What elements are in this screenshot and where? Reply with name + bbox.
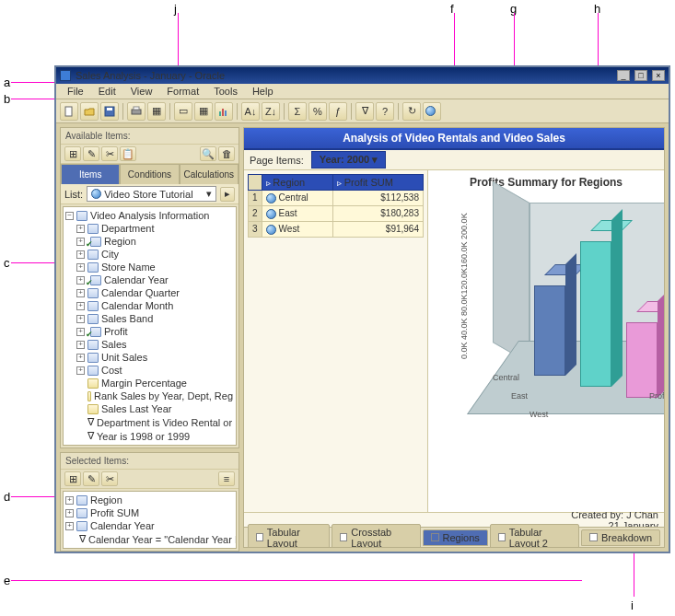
layout-icon[interactable]: ▭ bbox=[174, 102, 192, 121]
tree-fn-item[interactable]: Margin Percentage bbox=[64, 377, 236, 389]
selected-item[interactable]: +Calendar Year bbox=[64, 519, 236, 532]
tree-item[interactable]: +Calendar Quarter bbox=[64, 286, 236, 299]
expand-icon[interactable]: + bbox=[76, 250, 85, 259]
data-table[interactable]: ▹ Region ▹ Profit SUM 1Central$112,5382E… bbox=[248, 174, 424, 238]
expand-icon[interactable]: + bbox=[65, 496, 74, 505]
tree-item[interactable]: +Unit Sales bbox=[64, 351, 236, 364]
tree-item[interactable]: +Calendar Month bbox=[64, 299, 236, 312]
expand-icon[interactable]: + bbox=[65, 509, 74, 517]
selected-item[interactable]: +Profit SUM bbox=[64, 506, 236, 519]
wtab-regions[interactable]: Regions bbox=[423, 529, 488, 546]
tree-item[interactable]: +Store Name bbox=[64, 261, 236, 273]
tree-item[interactable]: +Department bbox=[64, 222, 236, 235]
menu-help[interactable]: Help bbox=[247, 85, 279, 98]
collapse-icon[interactable]: − bbox=[65, 212, 74, 220]
table-row[interactable]: 2East$180,283 bbox=[249, 205, 424, 221]
percent-icon[interactable]: % bbox=[308, 102, 327, 121]
print-preview-icon[interactable]: ▦ bbox=[147, 102, 166, 121]
table-icon[interactable]: ▦ bbox=[194, 102, 213, 121]
menu-format[interactable]: Format bbox=[161, 85, 204, 98]
chart-icon[interactable] bbox=[215, 102, 233, 121]
new-icon[interactable] bbox=[60, 102, 78, 121]
list-go-icon[interactable]: ▸ bbox=[220, 187, 235, 202]
table-row[interactable]: 3West$91,964 bbox=[249, 221, 424, 237]
tree-item[interactable]: +Sales bbox=[64, 338, 236, 351]
wand-icon[interactable]: ✎ bbox=[83, 146, 99, 161]
selected-tree[interactable]: +Region+Profit SUM+Calendar Year ∇ Calen… bbox=[63, 491, 237, 549]
menu-file[interactable]: File bbox=[62, 85, 89, 98]
expand-icon[interactable]: + bbox=[76, 289, 85, 297]
tree-item[interactable]: +Profit bbox=[64, 325, 236, 338]
expand-icon[interactable]: + bbox=[76, 276, 85, 285]
year-selector[interactable]: Year: 2000 ▾ bbox=[311, 151, 387, 169]
selected-item[interactable]: +Region bbox=[64, 494, 236, 506]
cut-icon[interactable]: ✂ bbox=[101, 146, 118, 161]
param-icon[interactable]: ? bbox=[376, 102, 394, 121]
menu-tools[interactable]: Tools bbox=[208, 85, 243, 98]
wtab-tabular[interactable]: Tabular Layout bbox=[248, 524, 330, 549]
paste-icon[interactable]: 📋 bbox=[120, 146, 136, 161]
find-icon[interactable]: 🔍 bbox=[200, 146, 216, 161]
menu-view[interactable]: View bbox=[125, 85, 158, 98]
tab-items[interactable]: Items bbox=[61, 164, 120, 184]
chart-area[interactable]: Profits Summary for Regions bbox=[428, 170, 664, 512]
remove-icon[interactable]: ✂ bbox=[101, 471, 118, 486]
tree-item[interactable]: +Region bbox=[64, 235, 236, 248]
print-icon[interactable] bbox=[127, 102, 145, 121]
expand-icon[interactable]: + bbox=[76, 263, 85, 272]
refresh-icon[interactable]: ↻ bbox=[402, 102, 421, 121]
world-icon[interactable] bbox=[423, 102, 441, 121]
expand-icon[interactable]: + bbox=[76, 328, 85, 336]
sum-icon[interactable]: Σ bbox=[288, 102, 307, 121]
menu-edit[interactable]: Edit bbox=[93, 85, 122, 98]
titlebar[interactable]: Sales Analysis - January - Oracle _ □ × bbox=[56, 67, 669, 84]
table-row[interactable]: 1Central$112,538 bbox=[249, 191, 424, 206]
tree-item[interactable]: +City bbox=[64, 248, 236, 261]
tree-fn-item[interactable]: Rank Sales by Year, Dept, Reg bbox=[64, 389, 236, 402]
edit-icon[interactable]: ✎ bbox=[83, 471, 99, 486]
tree-fn-item[interactable]: ∇Department is Video Rental or bbox=[64, 415, 236, 429]
list-dropdown[interactable]: Video Store Tutorial ▾ bbox=[87, 186, 216, 202]
available-tree[interactable]: − Video Analysis Information +Department… bbox=[63, 206, 237, 446]
tree-item[interactable]: +Cost bbox=[64, 364, 236, 377]
expand-icon[interactable]: + bbox=[76, 341, 85, 349]
sort-desc-icon[interactable]: Z↓ bbox=[262, 102, 280, 121]
calc-icon[interactable]: ƒ bbox=[329, 102, 347, 121]
tree-item[interactable]: +Calendar Year bbox=[64, 273, 236, 286]
save-icon[interactable] bbox=[100, 102, 119, 121]
expand-icon[interactable]: + bbox=[76, 315, 85, 323]
expand-icon[interactable]: + bbox=[76, 302, 85, 310]
tree-root[interactable]: − Video Analysis Information bbox=[64, 209, 236, 222]
list-value: Video Store Tutorial bbox=[104, 189, 192, 200]
expand-icon[interactable]: + bbox=[76, 225, 85, 233]
col-region[interactable]: ▹ Region bbox=[262, 175, 332, 191]
tab-calculations[interactable]: Calculations bbox=[180, 164, 239, 184]
expand-icon[interactable]: + bbox=[65, 522, 74, 530]
close-button[interactable]: × bbox=[652, 70, 665, 81]
tree-icon[interactable]: ⊞ bbox=[64, 471, 81, 486]
wtab-tabular2[interactable]: Tabular Layout 2 bbox=[490, 524, 579, 549]
wtab-crosstab[interactable]: Crosstab Layout bbox=[332, 524, 420, 549]
maximize-button[interactable]: □ bbox=[634, 70, 647, 81]
funnel-icon: ∇ bbox=[87, 416, 94, 428]
bar-central bbox=[534, 274, 565, 376]
tree-item[interactable]: +Sales Band bbox=[64, 312, 236, 325]
expand-icon[interactable]: + bbox=[76, 354, 85, 362]
tree-fn-item[interactable]: ∇Year is 1998 or 1999 bbox=[64, 429, 236, 443]
svg-rect-6 bbox=[222, 109, 224, 116]
sort-asc-icon[interactable]: A↓ bbox=[241, 102, 260, 121]
tree-expand-icon[interactable]: ⊞ bbox=[64, 146, 81, 161]
filter-icon[interactable]: ∇ bbox=[355, 102, 374, 121]
open-icon[interactable] bbox=[80, 102, 99, 121]
tree-fn-item[interactable]: Sales Last Year bbox=[64, 402, 236, 415]
expand-icon[interactable]: + bbox=[76, 366, 85, 375]
delete-icon[interactable]: 🗑 bbox=[218, 146, 235, 161]
minimize-button[interactable]: _ bbox=[617, 70, 630, 81]
tab-conditions[interactable]: Conditions bbox=[120, 164, 179, 184]
col-profit[interactable]: ▹ Profit SUM bbox=[332, 175, 423, 191]
selected-condition[interactable]: ∇ Calendar Year = "Calendar Year Parame bbox=[64, 532, 236, 546]
options-icon[interactable]: ≡ bbox=[218, 471, 235, 486]
wtab-breakdown[interactable]: Breakdown bbox=[581, 529, 660, 546]
report-title: Analysis of Video Rentals and Video Sale… bbox=[244, 128, 664, 150]
expand-icon[interactable]: + bbox=[76, 238, 85, 246]
